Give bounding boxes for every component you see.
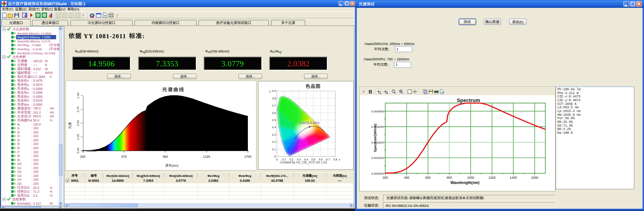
svg-text:: 100: : 100: [31, 182, 39, 186]
svg-text:Spectrum: Spectrum: [457, 97, 480, 103]
svg-text:I7: I7: [17, 151, 20, 154]
svg-text:(nm): (nm): [172, 164, 179, 168]
svg-text:...: ...: [252, 75, 255, 78]
svg-text:(S): (S): [22, 7, 27, 11]
svg-text:: 100: : 100: [31, 147, 39, 150]
svg-text:I8: I8: [17, 154, 20, 158]
svg-text:MDTSSuite -: MDTSSuite -: [47, 2, 70, 6]
svg-text:u': u': [27, 95, 30, 99]
svg-text:Ld: Ld: [27, 115, 31, 118]
svg-text:Haas2000UVis: 200ms ~ 600ms: Haas2000UVis: 200ms ~ 600ms: [365, 42, 415, 46]
svg-text:: 0.4475: : 0.4475: [31, 79, 43, 82]
svg-text:(435-465nm):: (435-465nm):: [211, 49, 230, 53]
svg-text:7.3353: 7.3353: [143, 179, 154, 183]
svg-text:: 0.5243: : 0.5243: [31, 99, 43, 102]
svg-text::: :: [142, 33, 145, 40]
svg-text:: 100: : 100: [31, 178, 39, 181]
svg-text:(E): (E): [519, 20, 524, 24]
svg-text:...: ...: [121, 75, 124, 78]
svg-text:v: v: [27, 91, 29, 94]
svg-text:: 0.3486: : 0.3486: [31, 91, 43, 94]
svg-text:N-0001: N-0001: [88, 179, 99, 183]
svg-text:Φeb/Φeg: Φeb/Φeg: [239, 174, 251, 178]
svg-text:: 100: : 100: [31, 127, 39, 130]
svg-text:Eexmpla1: Eexmpla1: [17, 202, 31, 205]
svg-text:I12: I12: [17, 170, 22, 174]
svg-text::: :: [378, 196, 379, 200]
svg-text:Φer[630-660nm]: Φer[630-660nm]: [106, 174, 129, 178]
svg-text::: :: [388, 47, 389, 51]
svg-text:(T): (T): [35, 7, 40, 11]
svg-text:...: ...: [187, 75, 189, 78]
svg-text:Φ: Φ: [276, 49, 278, 53]
svg-text:0.4475,0.4074: 0.4475,0.4074: [300, 121, 319, 125]
svg-text:I5: I5: [17, 142, 20, 146]
svg-text:: 100: : 100: [31, 151, 39, 154]
svg-text:HW:1046.6 nm: HW:1046.6 nm: [558, 113, 581, 117]
svg-text:nm: nm: [50, 107, 54, 110]
svg-text:0.4196: 0.4196: [240, 179, 250, 183]
svg-text:Φeg[515-545nm]: Φeg[515-545nm]: [137, 174, 160, 178]
svg-text:0.000000: 0.000000: [371, 172, 384, 175]
svg-text:: 0.2559: : 0.2559: [31, 95, 43, 99]
svg-text:42.0788: 42.0788: [271, 179, 283, 183]
svg-text:Φeg(515-545nm): 7.3353: Φeg(515-545nm): 7.3353: [17, 36, 51, 39]
svg-text:I15: I15: [17, 182, 22, 186]
svg-text:(: (: [49, 48, 50, 51]
svg-text:[lx]: [lx]: [342, 174, 347, 178]
svg-text:I9: I9: [17, 159, 20, 162]
svg-text:1400: 1400: [510, 176, 517, 180]
svg-text:: ----: : ----: [31, 63, 37, 67]
svg-text:(515-545nm):: (515-545nm):: [145, 49, 165, 53]
svg-text:(630-660nm):: (630-660nm):: [80, 49, 99, 53]
svg-text:: 100: : 100: [31, 135, 39, 138]
svg-text:2.0382: 2.0382: [209, 179, 219, 183]
svg-text::: :: [378, 204, 379, 208]
svg-text:(V): (V): [61, 7, 66, 11]
svg-text:(: (: [49, 43, 50, 47]
svg-text:?: ?: [116, 13, 118, 18]
svg-text:0.004000: 0.004000: [371, 110, 384, 113]
svg-text:GR:71.3%: GR:71.3%: [558, 124, 573, 128]
svg-text:Ia: Ia: [17, 123, 20, 126]
svg-text:CCT:2856 K: CCT:2856 K: [558, 102, 577, 106]
svg-text:W: W: [45, 67, 48, 71]
svg-text:: 0.2559: : 0.2559: [31, 87, 43, 91]
svg-text:Φer(630-660nm): 14.9506: Φer(630-660nm): 14.9506: [17, 32, 52, 35]
svg-text:...: ...: [318, 75, 321, 78]
svg-text:I14: I14: [17, 178, 22, 181]
svg-text:!: !: [483, 196, 484, 200]
svg-text:W: W: [50, 202, 53, 205]
svg-text:1600: 1600: [531, 176, 538, 180]
svg-text:1000: 1000: [467, 176, 474, 180]
svg-text::1: :1: [82, 2, 85, 6]
svg-text:2.0382: 2.0382: [287, 60, 310, 68]
svg-text:(H): (H): [75, 7, 79, 11]
svg-text:: 100: : 100: [31, 159, 39, 162]
svg-text:Ra:100.0: Ra:100.0: [558, 131, 573, 135]
svg-text:: 0.4074: : 0.4074: [31, 83, 43, 87]
svg-text:x: x: [27, 79, 29, 82]
svg-text:R: R: [27, 186, 30, 190]
svg-text:Φ: Φ: [270, 49, 273, 53]
svg-text:: 4.212: : 4.212: [31, 202, 41, 205]
svg-text:nm: nm: [50, 115, 54, 118]
svg-text:14.9506: 14.9506: [112, 179, 124, 183]
svg-text:7.3353: 7.3353: [156, 60, 179, 68]
svg-text:Phe:4.212 W: Phe:4.212 W: [558, 91, 579, 95]
svg-text:I2: I2: [17, 131, 20, 134]
svg-text:Φ: Φ: [205, 49, 208, 53]
svg-text:CIE-y:0.4074: CIE-y:0.4074: [558, 99, 581, 102]
svg-text:: 100: : 100: [31, 142, 39, 146]
svg-text:: 3.2: : 3.2: [31, 194, 37, 198]
svg-text:RR:25.5%: RR:25.5%: [558, 120, 573, 124]
svg-text:%: %: [50, 119, 52, 122]
svg-text:400: 400: [404, 176, 409, 180]
svg-text:G: G: [27, 190, 30, 193]
svg-text:Wavelength(nm): Wavelength(nm): [450, 181, 479, 185]
svg-text:Haas2000IR1: 750 ~ 1650nm: Haas2000IR1: 750 ~ 1650nm: [364, 57, 410, 61]
svg-text:!: !: [407, 196, 409, 200]
svg-text:3.0779: 3.0779: [222, 60, 244, 68]
svg-text:: 71.3: : 71.3: [31, 190, 39, 193]
svg-text:1: 1: [396, 63, 398, 66]
